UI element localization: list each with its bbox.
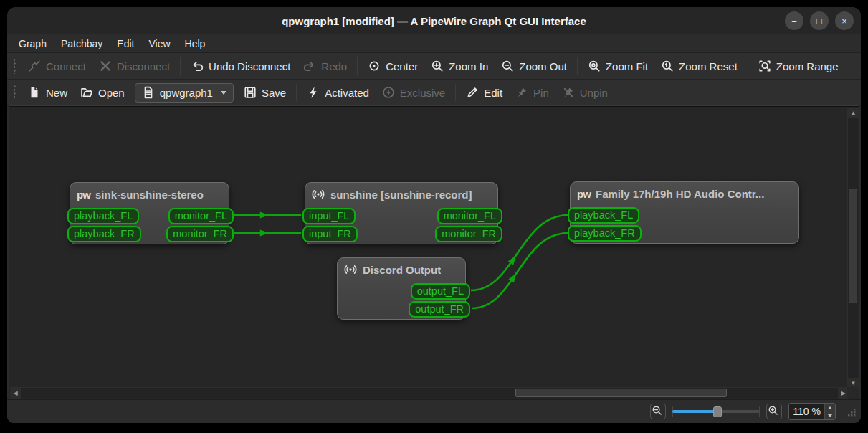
open-icon (80, 86, 93, 99)
port-input_FR[interactable]: input_FR (302, 226, 358, 242)
toolbar-button-open[interactable]: Open (74, 82, 131, 103)
connection-arrow-icon (508, 272, 519, 283)
toolbar-button-new[interactable]: New (22, 82, 74, 103)
port-monitor_FL[interactable]: monitor_FL (437, 208, 502, 224)
toolbar-button-edit-mode[interactable]: Edit (459, 82, 509, 103)
zoom-out-label: Zoom Out (519, 60, 567, 72)
port-playback_FR[interactable]: playback_FR (67, 226, 141, 242)
toolbar-button-connect[interactable]: Connect (22, 56, 92, 76)
scroll-left-button[interactable]: ◀ (10, 388, 21, 399)
graph-canvas[interactable]: pwsink-sunshine-stereoplayback_FLplaybac… (10, 108, 849, 389)
toolbar-main: ConnectDisconnectUndo DisconnectRedoCent… (7, 53, 861, 80)
down-arrow-icon (828, 414, 832, 417)
redo-icon (303, 60, 316, 72)
menu-help[interactable]: Help (178, 36, 213, 52)
maximize-button[interactable]: □ (810, 11, 829, 30)
unpin-icon (562, 86, 575, 99)
port-input_FL[interactable]: input_FL (302, 208, 356, 224)
close-button[interactable]: × (835, 11, 854, 30)
exclusive-label: Exclusive (400, 87, 445, 99)
node-title: Discord Output (363, 264, 441, 276)
toolbar-drag-handle[interactable] (13, 85, 16, 100)
toolbar-button-zoom-reset[interactable]: Zoom Reset (654, 56, 744, 76)
toolbar-button-activated[interactable]: Activated (300, 82, 376, 103)
graph-node-family-audio[interactable]: pwFamily 17h/19h HD Audio Contr...playba… (570, 181, 799, 244)
menu-patchbay[interactable]: Patchbay (54, 36, 110, 52)
toolbar-button-pin[interactable]: Pin (509, 82, 555, 103)
zoom-reset-icon (661, 60, 674, 72)
zoom-range-icon (758, 60, 771, 72)
stream-icon (344, 263, 358, 276)
center-label: Center (386, 60, 418, 72)
port-output_FR[interactable]: output_FR (409, 301, 470, 318)
zoom-slider[interactable] (672, 405, 760, 418)
port-playback_FR[interactable]: playback_FR (568, 225, 642, 242)
toolbar-button-center[interactable]: Center (361, 56, 424, 76)
graph-node-sunshine[interactable]: sunshine [sunshine-record]input_FLinput_… (305, 182, 498, 244)
toolbar-button-unpin[interactable]: Unpin (555, 82, 614, 103)
port-monitor_FR[interactable]: monitor_FR (166, 226, 234, 242)
zoom-in-small-button[interactable] (766, 404, 782, 419)
graph-node-discord-output[interactable]: Discord Outputoutput_FLoutput_FR (337, 257, 466, 320)
node-header: pwFamily 17h/19h HD Audio Contr... (571, 182, 798, 200)
slider-handle[interactable] (713, 406, 722, 417)
horizontal-scroll-thumb[interactable] (515, 389, 727, 397)
scroll-up-button[interactable]: ▲ (848, 108, 859, 118)
zoom-out-small-button[interactable] (650, 404, 666, 419)
edit-mode-label: Edit (484, 87, 502, 99)
center-icon (368, 60, 381, 72)
zoom-value[interactable]: 110 % (789, 404, 824, 419)
connection-arrow-icon (260, 212, 270, 219)
toolbar-button-undo-disconnect[interactable]: Undo Disconnect (184, 56, 297, 76)
new-icon (28, 86, 41, 99)
menu-graph[interactable]: Graph (11, 36, 54, 52)
vertical-scrollbar[interactable]: ▲ ▼ (847, 108, 858, 389)
toolbar-separator (455, 84, 456, 101)
spin-arrows (824, 404, 835, 419)
port-playback_FL[interactable]: playback_FL (67, 208, 139, 224)
patchbay-combobox[interactable]: qpwgraph1 (135, 83, 234, 103)
pin-label: Pin (533, 87, 549, 99)
toolbar-button-disconnect[interactable]: Disconnect (92, 56, 176, 76)
minimize-button[interactable]: − (785, 11, 803, 30)
toolbar-button-zoom-out[interactable]: Zoom Out (495, 56, 573, 76)
menu-view[interactable]: View (141, 36, 177, 52)
spin-down-button[interactable] (825, 411, 835, 419)
toolbar-button-zoom-range[interactable]: Zoom Range (752, 56, 845, 76)
zoom-spinbox[interactable]: 110 % (788, 403, 836, 420)
spin-up-button[interactable] (825, 404, 835, 411)
toolbar-separator (180, 57, 181, 75)
port-playback_FL[interactable]: playback_FL (568, 207, 639, 224)
toolbar-drag-handle[interactable] (13, 58, 16, 74)
graph-canvas-frame: pwsink-sunshine-stereoplayback_FLplaybac… (9, 106, 859, 399)
slider-fill (672, 410, 717, 413)
pipewire-icon: pw (577, 187, 591, 200)
toolbar-button-zoom-fit[interactable]: Zoom Fit (581, 56, 654, 76)
toolbar-button-redo[interactable]: Redo (297, 56, 353, 76)
unpin-label: Unpin (580, 87, 608, 99)
toolbar-button-exclusive[interactable]: Exclusive (376, 82, 452, 103)
pin-icon (515, 86, 528, 99)
port-monitor_FL[interactable]: monitor_FL (168, 208, 234, 224)
new-label: New (46, 87, 67, 99)
port-monitor_FR[interactable]: monitor_FR (435, 226, 502, 242)
vertical-scroll-thumb[interactable] (849, 189, 857, 303)
resize-grip[interactable] (845, 406, 857, 417)
connect-icon (28, 60, 41, 72)
port-output_FL[interactable]: output_FL (411, 283, 470, 300)
status-bar: 110 % (7, 399, 861, 423)
open-label: Open (98, 87, 125, 99)
toolbar-button-zoom-in[interactable]: Zoom In (424, 56, 495, 76)
horizontal-scrollbar[interactable]: ◀ ▶ (10, 387, 849, 398)
redo-label: Redo (321, 60, 347, 72)
menu-edit[interactable]: Edit (110, 36, 141, 52)
exclusive-icon (382, 86, 395, 99)
connections-layer (10, 108, 849, 389)
graph-node-sink-sunshine-stereo[interactable]: pwsink-sunshine-stereoplayback_FLplaybac… (70, 182, 229, 244)
toolbar-button-save[interactable]: Save (237, 82, 292, 103)
undo-disconnect-label: Undo Disconnect (209, 60, 290, 72)
title-bar[interactable]: qpwgraph1 [modified] — A PipeWire Graph … (7, 7, 861, 34)
save-label: Save (262, 87, 286, 99)
node-title: sink-sunshine-stereo (95, 189, 204, 201)
zoom-out-icon (501, 60, 514, 72)
